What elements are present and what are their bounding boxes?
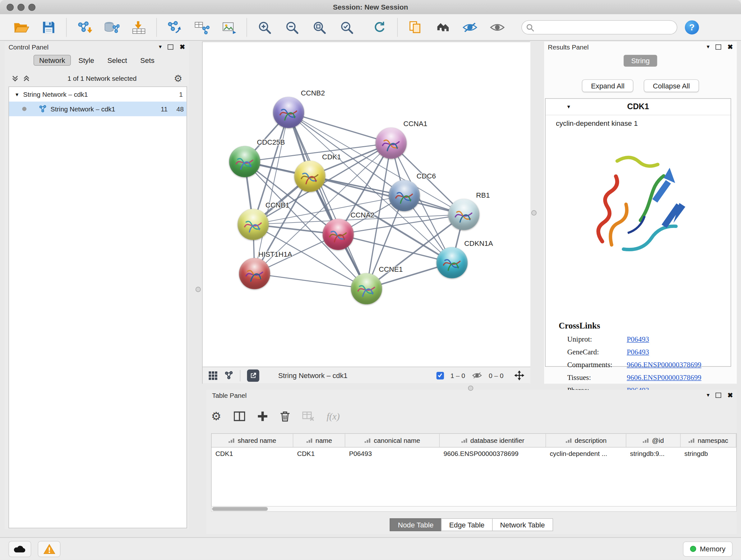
crosslink-value[interactable]: P06493 <box>627 348 649 356</box>
zoom-selected-icon[interactable] <box>338 18 355 36</box>
hide-selected-eye-icon[interactable] <box>461 18 479 36</box>
selected-checkbox-icon[interactable] <box>436 372 444 379</box>
node-CCNA1[interactable] <box>376 128 407 159</box>
edge-CCNB2-HIST1H1A[interactable] <box>255 112 289 273</box>
export-image-icon[interactable] <box>220 18 238 36</box>
table-panel-collapse-icon[interactable]: ▾ <box>706 392 710 398</box>
close-window-button[interactable] <box>7 4 14 11</box>
save-session-icon[interactable] <box>40 18 57 36</box>
tab-select[interactable]: Select <box>102 55 133 66</box>
zoom-in-icon[interactable] <box>256 18 273 36</box>
scrollbar-thumb[interactable] <box>212 507 268 511</box>
tab-network[interactable]: Network <box>33 55 71 66</box>
crosslink-value[interactable]: 9606.ENSP00000378699 <box>627 373 701 382</box>
zoom-window-button[interactable] <box>28 4 36 11</box>
tab-sets[interactable]: Sets <box>135 55 160 66</box>
network-view-title: String Network – cdk1 <box>278 371 347 379</box>
column-header-database-identifier[interactable]: database identifier <box>440 434 546 447</box>
column-header-name[interactable]: name <box>293 434 345 447</box>
help-icon[interactable]: ? <box>685 20 699 34</box>
tab-edge-table[interactable]: Edge Table <box>441 518 492 531</box>
edge-CCNB2-CCNE1[interactable] <box>288 112 366 289</box>
import-network-database-icon[interactable] <box>103 18 120 36</box>
results-panel-close-icon[interactable]: ✖ <box>728 44 733 50</box>
horizontal-splitter-handle[interactable] <box>468 386 473 391</box>
tab-string[interactable]: String <box>623 55 657 67</box>
control-panel-float-icon[interactable] <box>168 44 174 49</box>
home-icon[interactable] <box>434 18 452 36</box>
column-header-@id[interactable]: @id <box>626 434 680 447</box>
crosslink-value[interactable]: 9606.ENSP00000378699 <box>627 361 701 369</box>
gene-header[interactable]: ▾ CDK1 <box>545 99 731 115</box>
edge-HIST1H1A-CCNE1[interactable] <box>255 273 367 289</box>
node-CDK1[interactable] <box>294 161 326 192</box>
network-canvas[interactable]: CCNB2CCNA1CDC25BCDK1CDC6RB1CCNB1CCNA2CDK… <box>203 42 530 367</box>
results-panel-float-icon[interactable] <box>716 44 722 49</box>
network-collection-row[interactable]: ▾ String Network – cdk1 1 <box>9 87 186 102</box>
table-panel-float-icon[interactable] <box>716 392 722 397</box>
warnings-button[interactable] <box>38 541 60 557</box>
window-title: Session: New Session <box>0 0 741 14</box>
table-horizontal-scrollbar[interactable] <box>211 506 737 512</box>
node-CDC25B[interactable] <box>229 146 260 177</box>
table-row[interactable]: CDK1CDK1P064939606.ENSP00000378699cyclin… <box>212 448 736 461</box>
node-CCNB2[interactable] <box>273 97 304 128</box>
expand-all-button[interactable]: Expand All <box>582 79 633 92</box>
column-header-shared-name[interactable]: shared name <box>212 434 293 447</box>
add-column-icon[interactable] <box>257 411 268 422</box>
node-CCNB1[interactable] <box>238 209 269 240</box>
tab-style[interactable]: Style <box>73 55 100 66</box>
table-settings-gear-icon[interactable]: ⚙ <box>211 412 221 421</box>
vertical-splitter-handle[interactable] <box>196 287 201 292</box>
copy-document-icon[interactable] <box>406 18 424 36</box>
collapse-all-button[interactable]: Collapse All <box>644 79 699 92</box>
show-all-eye-icon[interactable] <box>488 18 506 36</box>
grid-view-icon[interactable] <box>208 371 218 380</box>
import-table-icon[interactable] <box>130 18 148 36</box>
network-row[interactable]: String Network – cdk1 11 48 <box>9 102 186 116</box>
collapse-all-chevrons-icon[interactable] <box>23 75 30 82</box>
detach-view-button[interactable] <box>247 369 259 381</box>
edge-CDK1-RB1[interactable] <box>310 176 464 214</box>
memory-button[interactable]: Memory <box>683 541 733 556</box>
new-network-selection-icon[interactable] <box>165 18 183 36</box>
control-panel-close-icon[interactable]: ✖ <box>180 44 185 50</box>
results-panel-collapse-icon[interactable]: ▾ <box>706 44 710 50</box>
minimize-window-button[interactable] <box>17 4 24 11</box>
node-label-CCNA2: CCNA2 <box>350 211 374 219</box>
table-panel-close-icon[interactable]: ✖ <box>728 392 733 398</box>
sort-icon <box>461 437 468 443</box>
hidden-eye-icon[interactable] <box>472 371 482 379</box>
expand-all-chevrons-icon[interactable] <box>11 75 19 82</box>
search-input[interactable] <box>522 20 677 34</box>
delete-column-trash-icon[interactable] <box>280 411 290 422</box>
cloud-status-button[interactable] <box>9 541 31 557</box>
refresh-layout-icon[interactable] <box>371 18 389 36</box>
node-HIST1H1A[interactable] <box>239 258 270 289</box>
open-folder-icon[interactable] <box>12 18 30 36</box>
clone-network-icon[interactable] <box>193 18 211 36</box>
import-network-file-icon[interactable] <box>75 18 93 36</box>
column-header-description[interactable]: description <box>546 434 626 447</box>
network-options-gear-icon[interactable]: ⚙ <box>174 74 183 83</box>
tab-node-table[interactable]: Node Table <box>390 518 442 531</box>
control-panel-collapse-icon[interactable]: ▾ <box>159 44 162 50</box>
network-overview-icon[interactable] <box>224 371 233 380</box>
column-header-namespac[interactable]: namespac <box>681 434 737 447</box>
gene-disclosure-icon[interactable]: ▾ <box>567 104 570 110</box>
zoom-fit-icon[interactable] <box>310 18 328 36</box>
node-CDKN1A[interactable] <box>436 247 468 278</box>
node-RB1[interactable] <box>448 199 480 230</box>
node-CCNA2[interactable] <box>323 219 354 250</box>
tab-network-table[interactable]: Network Table <box>492 518 553 531</box>
vertical-splitter-handle[interactable] <box>531 210 536 215</box>
node-CDC6[interactable] <box>389 180 420 211</box>
zoom-out-icon[interactable] <box>283 18 301 36</box>
collection-disclosure-icon[interactable]: ▾ <box>16 91 18 98</box>
crosslink-value[interactable]: P06493 <box>627 335 649 344</box>
pan-move-icon[interactable] <box>514 370 525 381</box>
crosslinks-list: Uniprot:P06493GeneCard:P06493Compartment… <box>567 335 723 399</box>
show-columns-icon[interactable] <box>233 411 245 422</box>
column-header-canonical-name[interactable]: canonical name <box>345 434 440 447</box>
node-CCNE1[interactable] <box>351 273 382 304</box>
